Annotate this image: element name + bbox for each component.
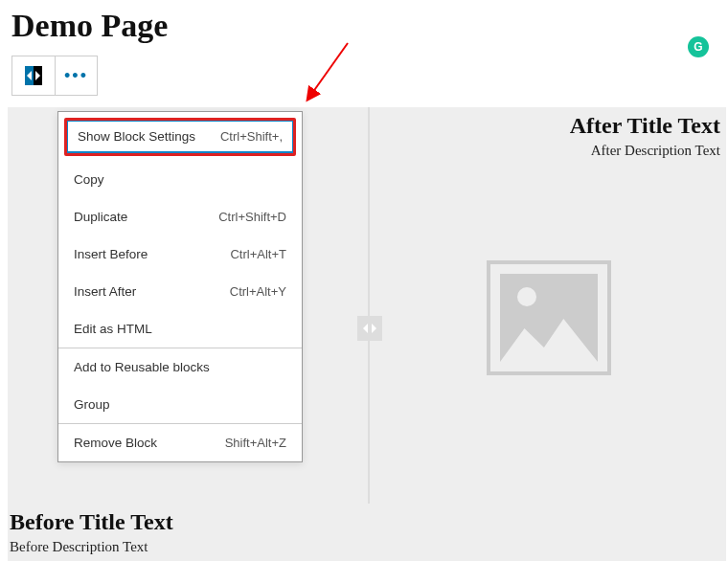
menu-item-shortcut: Shift+Alt+Z [225, 436, 286, 450]
menu-item-shortcut: Ctrl+Shift+, [220, 129, 283, 144]
menu-item-edit-as-html[interactable]: Edit as HTML [58, 310, 302, 348]
menu-item-label: Insert After [74, 284, 136, 299]
compare-divider [368, 107, 370, 504]
menu-item-label: Copy [74, 172, 104, 187]
block-toolbar: ••• [11, 56, 98, 96]
before-title: Before Title Text [10, 509, 173, 535]
menu-item-group[interactable]: Group [58, 386, 302, 423]
before-column: Before Title Text Before Description Tex… [10, 509, 173, 555]
more-options-button[interactable]: ••• [55, 56, 97, 95]
compare-icon [25, 66, 42, 85]
ellipsis-icon: ••• [64, 66, 88, 86]
menu-item-shortcut: Ctrl+Shift+D [218, 210, 286, 224]
menu-item-remove-block[interactable]: Remove Block Shift+Alt+Z [58, 424, 302, 461]
menu-item-copy[interactable]: Copy [58, 161, 302, 198]
after-description: After Description Text [570, 143, 720, 159]
after-column: After Title Text After Description Text [570, 113, 720, 159]
grammarly-icon[interactable]: G [688, 36, 709, 57]
menu-item-duplicate[interactable]: Duplicate Ctrl+Shift+D [58, 198, 302, 236]
menu-item-label: Duplicate [74, 210, 127, 224]
image-placeholder[interactable] [487, 260, 611, 375]
menu-item-insert-before[interactable]: Insert Before Ctrl+Alt+T [58, 236, 302, 273]
menu-item-label: Remove Block [74, 436, 157, 450]
after-title: After Title Text [570, 113, 720, 139]
compare-handle[interactable] [357, 316, 382, 341]
menu-item-label: Edit as HTML [74, 322, 152, 336]
image-placeholder-icon [500, 274, 598, 362]
before-description: Before Description Text [10, 539, 173, 555]
menu-item-label: Show Block Settings [78, 129, 195, 144]
menu-item-label: Group [74, 397, 110, 412]
menu-item-shortcut: Ctrl+Alt+T [230, 247, 286, 261]
menu-item-show-block-settings[interactable]: Show Block Settings Ctrl+Shift+, [66, 120, 294, 153]
block-options-menu: Show Block Settings Ctrl+Shift+, Copy Du… [57, 111, 303, 462]
menu-item-label: Insert Before [74, 247, 148, 261]
menu-item-label: Add to Reusable blocks [74, 360, 210, 374]
compare-block-button[interactable] [12, 56, 55, 95]
menu-item-insert-after[interactable]: Insert After Ctrl+Alt+Y [58, 273, 302, 310]
menu-item-add-to-reusable-blocks[interactable]: Add to Reusable blocks [58, 348, 302, 386]
page-title: Demo Page [0, 0, 728, 56]
menu-item-shortcut: Ctrl+Alt+Y [230, 284, 286, 299]
